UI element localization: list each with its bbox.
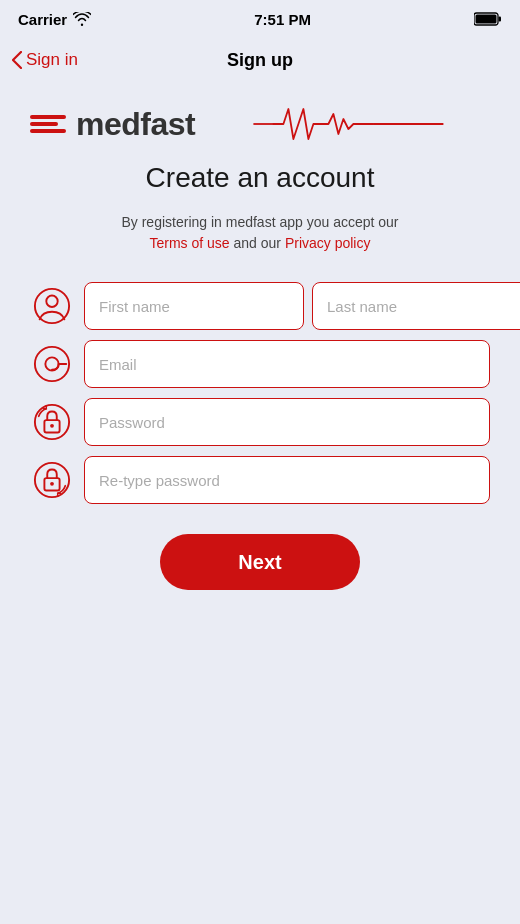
wifi-icon bbox=[73, 12, 91, 26]
nav-title: Sign up bbox=[227, 50, 293, 71]
subtitle-mid: and our bbox=[234, 235, 285, 251]
carrier-info: Carrier bbox=[18, 11, 91, 28]
email-icon bbox=[30, 342, 74, 386]
page-heading: Create an account bbox=[146, 162, 375, 194]
back-button[interactable]: Sign in bbox=[12, 50, 78, 70]
retype-password-row bbox=[30, 456, 490, 504]
form-area bbox=[30, 282, 490, 504]
svg-rect-1 bbox=[476, 15, 497, 24]
retype-password-input[interactable] bbox=[84, 456, 490, 504]
svg-point-11 bbox=[50, 424, 54, 428]
email-row bbox=[30, 340, 490, 388]
nav-bar: Sign in Sign up bbox=[0, 36, 520, 84]
carrier-text: Carrier bbox=[18, 11, 67, 28]
next-button[interactable]: Next bbox=[160, 534, 360, 590]
firstname-input[interactable] bbox=[84, 282, 304, 330]
logo-waves-icon bbox=[30, 115, 66, 133]
subtitle-plain: By registering in medfast app you accept… bbox=[121, 214, 398, 230]
name-inputs bbox=[84, 282, 520, 330]
subtitle-text: By registering in medfast app you accept… bbox=[121, 212, 398, 254]
wave-line-3 bbox=[30, 129, 66, 133]
terms-of-use-link[interactable]: Terms of use bbox=[149, 235, 229, 251]
wave-line-1 bbox=[30, 115, 66, 119]
svg-point-12 bbox=[35, 463, 69, 497]
ecg-line-icon bbox=[207, 104, 490, 144]
back-chevron-icon bbox=[12, 51, 22, 69]
status-time: 7:51 PM bbox=[254, 11, 311, 28]
name-row bbox=[30, 282, 490, 330]
status-icons bbox=[474, 12, 502, 26]
wave-line-2 bbox=[30, 122, 58, 126]
next-button-label: Next bbox=[238, 551, 281, 574]
lastname-input[interactable] bbox=[312, 282, 520, 330]
retype-password-icon bbox=[30, 458, 74, 502]
password-icon bbox=[30, 400, 74, 444]
password-input[interactable] bbox=[84, 398, 490, 446]
user-icon bbox=[30, 284, 74, 328]
svg-point-14 bbox=[50, 482, 54, 486]
svg-rect-2 bbox=[499, 17, 502, 22]
logo-left: medfast bbox=[30, 106, 195, 143]
status-bar: Carrier 7:51 PM bbox=[0, 0, 520, 36]
email-input[interactable] bbox=[84, 340, 490, 388]
svg-point-6 bbox=[46, 296, 57, 307]
main-content: medfast Create an account By registering… bbox=[0, 84, 520, 620]
battery-icon bbox=[474, 12, 502, 26]
logo-text: medfast bbox=[76, 106, 195, 143]
password-row bbox=[30, 398, 490, 446]
logo-area: medfast bbox=[30, 104, 490, 144]
back-label: Sign in bbox=[26, 50, 78, 70]
svg-point-9 bbox=[35, 405, 69, 439]
privacy-policy-link[interactable]: Privacy policy bbox=[285, 235, 371, 251]
